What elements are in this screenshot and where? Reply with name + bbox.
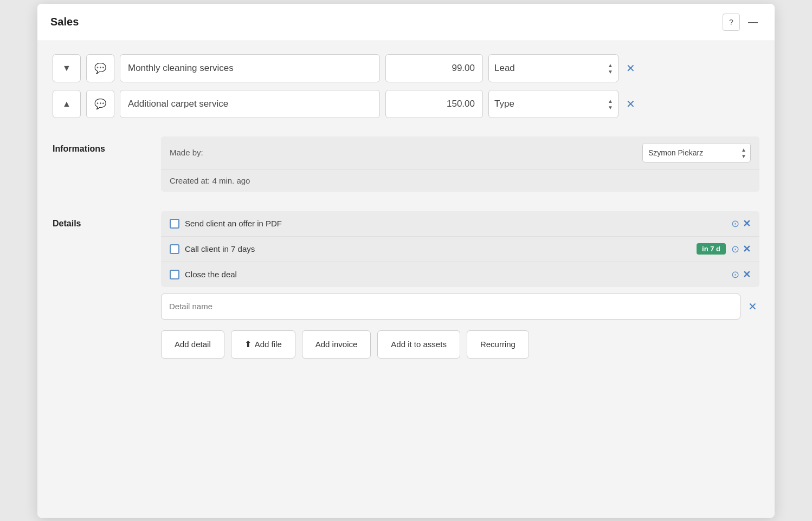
detail-delete-button-2[interactable]: ✕ (743, 243, 751, 255)
detail-delete-button-3[interactable]: ✕ (743, 269, 751, 281)
detail-text-3: Close the deal (185, 270, 726, 279)
made-by-label: Made by: (170, 148, 235, 157)
minimize-button[interactable]: — (744, 14, 762, 31)
detail-actions-2: ⊙ ✕ (731, 243, 751, 255)
detail-actions-3: ⊙ ✕ (731, 269, 751, 281)
details-section: Details Send client an offer in PDF ⊙ ✕ (53, 211, 759, 359)
item-name-input-1[interactable] (120, 54, 380, 82)
upload-icon: ⬆ (244, 339, 252, 349)
toggle-button-2[interactable]: ▲ (53, 90, 81, 118)
made-by-select-wrapper: Szymon Piekarz John Doe Jane Smith ▲ ▼ (642, 143, 751, 162)
detail-text-2: Call client in 7 days (185, 244, 686, 253)
add-to-assets-button[interactable]: Add it to assets (377, 330, 460, 359)
created-at-label: Created at: 4 min. ago (170, 176, 250, 185)
item-name-input-2[interactable] (120, 90, 380, 118)
detail-checkbox-3[interactable] (170, 270, 179, 279)
item-price-input-2[interactable] (385, 90, 483, 118)
detail-name-input[interactable] (161, 294, 740, 320)
help-button[interactable]: ? (723, 14, 740, 31)
window-title: Sales (50, 16, 79, 28)
detail-name-row: ✕ (161, 294, 759, 320)
detail-schedule-button-3[interactable]: ⊙ (731, 269, 739, 281)
detail-schedule-button-1[interactable]: ⊙ (731, 218, 739, 230)
title-bar-controls: ? — (723, 14, 762, 31)
detail-item-2: Call client in 7 days in 7 d ⊙ ✕ (161, 237, 759, 262)
informations-section: Informations Made by: Szymon Piekarz Joh… (53, 136, 759, 192)
detail-checkbox-1[interactable] (170, 219, 179, 229)
detail-schedule-button-2[interactable]: ⊙ (731, 243, 739, 255)
detail-actions-1: ⊙ ✕ (731, 218, 751, 230)
detail-item-1: Send client an offer in PDF ⊙ ✕ (161, 211, 759, 237)
delete-item-button-2[interactable]: ✕ (624, 95, 637, 113)
details-content: Send client an offer in PDF ⊙ ✕ Call cli… (161, 211, 759, 359)
chevron-up-icon: ▲ (62, 99, 71, 109)
created-at-value: 4 min. ago (212, 176, 250, 185)
add-file-label: Add file (255, 340, 282, 349)
item-price-input-1[interactable] (385, 54, 483, 82)
made-by-row: Made by: Szymon Piekarz John Doe Jane Sm… (161, 136, 759, 170)
main-content: ▼ 💬 Lead Type Service Product ▲ ▼ ✕ (37, 41, 775, 518)
item-type-select-2[interactable]: Lead Type Service Product (488, 90, 618, 118)
detail-delete-button-1[interactable]: ✕ (743, 218, 751, 230)
chevron-down-icon: ▼ (62, 63, 71, 73)
details-label: Details (53, 211, 161, 359)
recurring-button[interactable]: Recurring (467, 330, 529, 359)
item-type-select-1[interactable]: Lead Type Service Product (488, 54, 618, 82)
title-bar: Sales ? — (37, 4, 775, 41)
bottom-buttons: Add detail ⬆ Add file Add invoice Add it… (161, 330, 759, 359)
item-type-wrapper-1: Lead Type Service Product ▲ ▼ (488, 54, 618, 82)
detail-text-1: Send client an offer in PDF (185, 219, 726, 228)
comment-icon-2: 💬 (94, 98, 106, 110)
sales-window: Sales ? — ▼ 💬 Lead Type Service Product (37, 4, 775, 518)
item-row-1: ▼ 💬 Lead Type Service Product ▲ ▼ ✕ (53, 54, 759, 82)
add-invoice-button[interactable]: Add invoice (302, 330, 371, 359)
add-file-button[interactable]: ⬆ Add file (231, 330, 295, 359)
item-type-wrapper-2: Lead Type Service Product ▲ ▼ (488, 90, 618, 118)
comment-button-1[interactable]: 💬 (86, 54, 114, 82)
details-list: Send client an offer in PDF ⊙ ✕ Call cli… (161, 211, 759, 287)
detail-checkbox-2[interactable] (170, 244, 179, 254)
informations-content: Made by: Szymon Piekarz John Doe Jane Sm… (161, 136, 759, 192)
made-by-select[interactable]: Szymon Piekarz John Doe Jane Smith (642, 143, 751, 162)
item-row-2: ▲ 💬 Lead Type Service Product ▲ ▼ ✕ (53, 90, 759, 118)
delete-item-button-1[interactable]: ✕ (624, 60, 637, 77)
comment-button-2[interactable]: 💬 (86, 90, 114, 118)
add-detail-button[interactable]: Add detail (161, 330, 224, 359)
detail-name-clear-button[interactable]: ✕ (746, 298, 759, 315)
detail-badge-2: in 7 d (697, 243, 726, 255)
comment-icon-1: 💬 (94, 62, 106, 74)
created-at-row: Created at: 4 min. ago (161, 170, 759, 192)
toggle-button-1[interactable]: ▼ (53, 54, 81, 82)
informations-label: Informations (53, 136, 161, 192)
detail-item-3: Close the deal ⊙ ✕ (161, 262, 759, 287)
